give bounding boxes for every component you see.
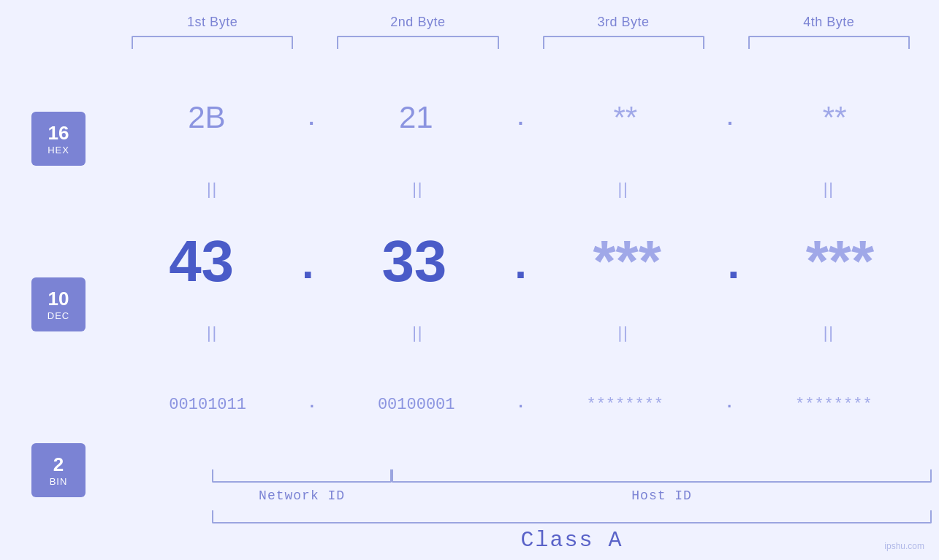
class-label: Class A [212,528,932,553]
dec-dot-1: . [294,242,321,295]
dec-val-2: 33 [381,228,446,295]
byte4-header: 4th Byte [726,15,932,30]
bin-cell-4: ******** [736,396,932,414]
bracket-cell-4 [726,36,932,49]
bottom-labels: Network ID Host ID [212,488,932,503]
equals-cell-3a: || [521,180,726,199]
bracket-4 [748,36,910,49]
byte-headers: 1st Byte 2nd Byte 3rd Byte 4th Byte [7,15,932,30]
host-bracket [392,469,932,483]
equals-cell-2b: || [315,323,520,342]
equals-cell-4a: || [726,180,932,199]
ip-columns: 2B . 21 . ** . ** [110,56,932,553]
equals-cell-1b: || [110,323,315,342]
bin-val-1: 00101011 [169,396,246,414]
bracket-2 [337,36,498,49]
dec-val-4: *** [806,228,874,295]
dec-cell-4: *** [748,228,932,295]
hex-cell-2: 21 [319,100,513,135]
hex-val-4: ** [823,100,847,135]
byte3-header: 3rd Byte [521,15,726,30]
hex-val-2: 21 [399,100,433,135]
bracket-1 [132,36,293,49]
dec-dot-3: . [721,242,747,295]
hex-dot-1: . [305,108,318,135]
dec-badge: 10 DEC [31,277,85,331]
hex-val-1: 2B [188,100,225,135]
bin-cell-2: 00100001 [319,396,514,414]
equals-4b: || [824,323,835,342]
equals-4a: || [824,180,835,199]
hex-dot-2: . [514,108,527,135]
hex-badge-number: 16 [48,122,69,145]
dec-row: 43 . 33 . *** . *** [110,200,932,322]
bottom-brackets [212,469,932,483]
dec-val-1: 43 [169,228,234,295]
bin-badge: 2 BIN [31,443,85,497]
equals-1a: || [207,180,218,199]
bin-cell-3: ******** [527,396,723,414]
class-bracket [212,510,932,523]
bin-val-2: 00100001 [378,396,455,414]
byte2-header: 2nd Byte [315,15,520,30]
equals-row-1: || || || || [110,178,932,200]
bin-row: 00101011 . 00100001 . ******** . *******… [110,344,932,466]
bin-cell-1: 00101011 [110,396,305,414]
bracket-cell-2 [315,36,520,49]
dec-badge-number: 10 [48,288,69,310]
hex-cell-1: 2B [110,100,304,135]
dec-values-row: 43 . 33 . *** . *** [110,228,932,295]
dec-val-3: *** [593,228,661,295]
bottom-section: Network ID Host ID [110,469,932,503]
bin-val-3: ******** [586,396,664,414]
bin-badge-number: 2 [53,453,64,476]
bin-dot-2: . [516,394,525,415]
watermark: ipshu.com [884,541,924,551]
equals-row-2: || || || || [110,322,932,344]
equals-3b: || [617,323,628,342]
bracket-cell-3 [521,36,726,49]
class-section: Class A [110,510,932,553]
bin-badge-label: BIN [50,476,68,487]
hex-cell-3: ** [528,100,723,135]
hex-values-row: 2B . 21 . ** . ** [110,100,932,135]
hex-badge-label: HEX [47,145,69,156]
hex-cell-4: ** [737,100,932,135]
main-container: 1st Byte 2nd Byte 3rd Byte 4th Byte 16 H… [0,0,939,560]
bracket-3 [543,36,704,49]
equals-2b: || [412,323,423,342]
hex-badge: 16 HEX [31,112,85,166]
equals-cell-2a: || [315,180,520,199]
equals-1b: || [207,323,218,342]
equals-cell-1a: || [110,180,315,199]
network-bracket [212,469,392,483]
dec-badge-label: DEC [47,310,69,321]
equals-2a: || [412,180,423,199]
equals-cell-4b: || [726,323,932,342]
dec-cell-1: 43 [110,228,293,295]
dec-cell-2: 33 [322,228,506,295]
bin-dot-1: . [307,394,316,415]
bin-val-4: ******** [795,396,873,414]
host-id-label: Host ID [392,488,932,503]
equals-cell-3b: || [521,323,726,342]
bin-dot-3: . [724,394,734,415]
equals-3a: || [617,180,628,199]
dec-cell-3: *** [536,228,719,295]
byte1-header: 1st Byte [110,15,315,30]
hex-val-3: ** [613,100,637,135]
badges-column: 16 HEX 10 DEC 2 BIN [7,56,110,553]
dec-dot-2: . [507,242,533,295]
content-area: 16 HEX 10 DEC 2 BIN 2B . [7,56,932,553]
hex-dot-3: . [724,108,737,135]
network-id-label: Network ID [212,488,392,503]
top-brackets [7,36,932,49]
hex-row: 2B . 21 . ** . ** [110,56,932,178]
bracket-cell-1 [110,36,315,49]
bin-values-row: 00101011 . 00100001 . ******** . *******… [110,394,932,415]
